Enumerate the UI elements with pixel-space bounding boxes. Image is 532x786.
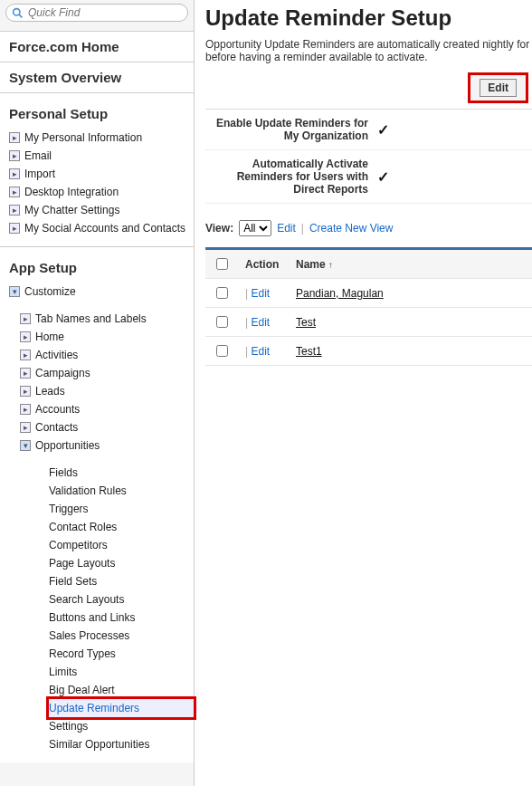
row-edit-link[interactable]: Edit (251, 316, 270, 329)
view-edit-link[interactable]: Edit (277, 222, 296, 235)
nav-activities[interactable]: Activities (35, 349, 78, 361)
main-content: Update Reminder Setup Opportunity Update… (195, 0, 532, 786)
nav-update-reminders[interactable]: Update Reminders (49, 702, 139, 714)
svg-line-1 (19, 14, 22, 17)
nav-system-overview[interactable]: System Overview (0, 62, 194, 93)
nav-social-accounts[interactable]: My Social Accounts and Contacts (24, 222, 185, 235)
row-edit-link[interactable]: Edit (251, 345, 270, 358)
setting-row: Enable Update Reminders for My Organizat… (205, 110, 532, 150)
svg-point-0 (14, 8, 20, 14)
view-row: View: All Edit | Create New View (205, 220, 532, 236)
expand-icon[interactable]: ▸ (9, 205, 20, 216)
view-label: View: (205, 222, 233, 235)
table-row: | Edit Test (205, 308, 532, 337)
nav-tab-names[interactable]: Tab Names and Labels (35, 312, 147, 325)
row-name-link[interactable]: Test1 (296, 345, 322, 358)
nav-customize[interactable]: Customize (24, 285, 76, 298)
expand-icon[interactable]: ▸ (20, 313, 31, 324)
nav-field-sets[interactable]: Field Sets (49, 575, 97, 588)
sidebar: Force.com Home System Overview Personal … (0, 0, 195, 786)
nav-contacts[interactable]: Contacts (35, 421, 78, 434)
nav-personal-info[interactable]: My Personal Information (24, 131, 142, 144)
expand-icon[interactable]: ▸ (9, 168, 20, 179)
expand-icon[interactable]: ▸ (20, 368, 31, 379)
col-action[interactable]: Action (238, 250, 289, 279)
nav-chatter-settings[interactable]: My Chatter Settings (24, 204, 119, 216)
nav-validation-rules[interactable]: Validation Rules (49, 484, 127, 497)
nav-similar-opportunities[interactable]: Similar Opportunities (49, 738, 149, 751)
setting-label: Automatically Activate Reminders for Use… (205, 158, 377, 196)
edit-button-row: Edit (205, 72, 532, 103)
section-app-setup: App Setup (0, 247, 194, 283)
create-new-view-link[interactable]: Create New View (309, 222, 393, 235)
setting-label: Enable Update Reminders for My Organizat… (205, 117, 377, 142)
expand-icon[interactable]: ▸ (9, 187, 20, 197)
nav-desktop-integration[interactable]: Desktop Integration (24, 186, 119, 198)
nav-accounts[interactable]: Accounts (35, 403, 80, 416)
row-checkbox[interactable] (216, 316, 228, 328)
pipe-divider: | (301, 222, 304, 235)
nav-campaigns[interactable]: Campaigns (35, 367, 90, 379)
opportunities-list: Fields Validation Rules Triggers Contact… (0, 464, 194, 762)
search-wrap (0, 0, 194, 32)
app-setup-list: ▾Customize (0, 283, 194, 310)
edit-button-highlight: Edit (468, 72, 528, 103)
search-input[interactable] (26, 5, 182, 20)
nav-search-layouts[interactable]: Search Layouts (49, 593, 124, 606)
nav-contact-roles[interactable]: Contact Roles (49, 521, 117, 533)
expand-icon[interactable]: ▸ (20, 386, 31, 397)
row-checkbox[interactable] (216, 345, 228, 357)
select-all-checkbox[interactable] (216, 258, 228, 270)
settings-block: Enable Update Reminders for My Organizat… (205, 109, 532, 204)
nav-page-layouts[interactable]: Page Layouts (49, 557, 115, 570)
personal-setup-list: ▸My Personal Information ▸Email ▸Import … (0, 129, 194, 246)
nav-leads[interactable]: Leads (35, 385, 65, 398)
setting-row: Automatically Activate Reminders for Use… (205, 150, 532, 204)
nav-import[interactable]: Import (24, 168, 55, 180)
row-name-link[interactable]: Test (296, 316, 316, 329)
nav-competitors[interactable]: Competitors (49, 539, 108, 551)
table-row: | Edit Pandian, Magulan (205, 279, 532, 308)
nav-limits[interactable]: Limits (49, 666, 77, 678)
table-row: | Edit Test1 (205, 337, 532, 366)
collapse-icon[interactable]: ▾ (9, 286, 20, 297)
page-description: Opportunity Update Reminders are automat… (205, 38, 532, 63)
sort-asc-icon: ↑ (328, 260, 333, 270)
nav-force-home[interactable]: Force.com Home (0, 32, 194, 62)
nav-opportunities[interactable]: Opportunities (35, 439, 100, 452)
col-name[interactable]: Name ↑ (289, 250, 532, 279)
expand-icon[interactable]: ▸ (20, 331, 31, 342)
nav-email[interactable]: Email (24, 149, 52, 162)
customize-list: ▸Tab Names and Labels ▸Home ▸Activities … (0, 310, 194, 464)
nav-record-types[interactable]: Record Types (49, 647, 116, 660)
expand-icon[interactable]: ▸ (20, 350, 31, 360)
nav-big-deal-alert[interactable]: Big Deal Alert (49, 684, 115, 696)
search-box[interactable] (5, 4, 188, 22)
list-table-wrap: Action Name ↑ | Edit Pandian, Magulan | … (205, 247, 532, 366)
view-select[interactable]: All (239, 220, 271, 236)
nav-settings[interactable]: Settings (49, 720, 88, 733)
expand-icon[interactable]: ▸ (20, 422, 31, 433)
row-edit-link[interactable]: Edit (251, 287, 270, 300)
search-icon (12, 7, 24, 19)
nav-home[interactable]: Home (35, 331, 64, 343)
row-checkbox[interactable] (216, 287, 228, 299)
page-title: Update Reminder Setup (205, 5, 532, 31)
expand-icon[interactable]: ▸ (9, 223, 20, 234)
check-icon: ✓ (377, 168, 389, 186)
section-personal-setup: Personal Setup (0, 93, 194, 129)
check-icon: ✓ (377, 121, 389, 139)
nav-triggers[interactable]: Triggers (49, 503, 89, 515)
expand-icon[interactable]: ▸ (20, 404, 31, 415)
list-table: Action Name ↑ | Edit Pandian, Magulan | … (205, 250, 532, 366)
row-name-link[interactable]: Pandian, Magulan (296, 287, 384, 300)
collapse-icon[interactable]: ▾ (20, 440, 31, 451)
nav-fields[interactable]: Fields (49, 466, 78, 479)
edit-button[interactable]: Edit (480, 79, 517, 97)
expand-icon[interactable]: ▸ (9, 150, 20, 161)
nav-sales-processes[interactable]: Sales Processes (49, 629, 129, 642)
expand-icon[interactable]: ▸ (9, 132, 20, 143)
nav-buttons-links[interactable]: Buttons and Links (49, 611, 135, 624)
